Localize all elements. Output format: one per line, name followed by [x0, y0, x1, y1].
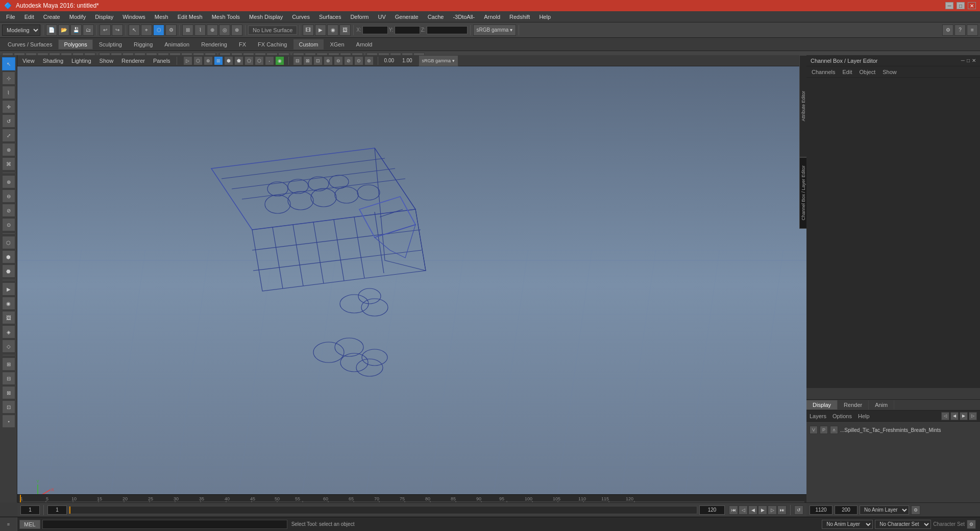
- range-start-input[interactable]: [810, 505, 832, 515]
- menu-mesh-tools[interactable]: Mesh Tools: [208, 13, 244, 21]
- channel-box-side-tab[interactable]: Channel Box / Layer Editor: [799, 157, 806, 229]
- layers-menu-options[interactable]: Options: [832, 413, 852, 419]
- snap-grid-btn[interactable]: ⊞: [182, 25, 193, 36]
- icon5-btn[interactable]: ⋆: [2, 415, 15, 428]
- layers-menu-layers[interactable]: Layers: [810, 413, 826, 419]
- vp-icon-2[interactable]: ⬡: [193, 56, 203, 65]
- vp-icon-7[interactable]: ⬠: [244, 56, 254, 65]
- universal-tool-btn[interactable]: ⊗: [2, 143, 15, 156]
- goto-start-btn[interactable]: ⏮: [729, 505, 738, 515]
- layers-menu-help[interactable]: Help: [858, 413, 870, 419]
- z-input[interactable]: [427, 26, 468, 34]
- render3-btn[interactable]: 🖼: [2, 311, 15, 324]
- ch-tab-channels[interactable]: Channels: [810, 68, 837, 76]
- tab-custom[interactable]: Custom: [293, 39, 324, 50]
- new-scene-btn[interactable]: 📄: [46, 25, 57, 36]
- tab-polygons[interactable]: Polygons: [58, 39, 92, 50]
- comp3-btn[interactable]: ⬣: [2, 264, 15, 278]
- menu-curves[interactable]: Curves: [288, 13, 314, 21]
- mode-select[interactable]: Modeling: [2, 25, 40, 36]
- viewport-menu-view[interactable]: View: [20, 57, 37, 64]
- title-bar-right[interactable]: ─ □ ✕: [945, 2, 976, 9]
- snap-point-btn[interactable]: ⊕: [207, 25, 218, 36]
- close-button[interactable]: ✕: [968, 2, 976, 9]
- layer-prev2-btn[interactable]: ◀: [950, 412, 959, 420]
- menu-windows[interactable]: Windows: [118, 13, 150, 21]
- disp-tab-display[interactable]: Display: [806, 400, 838, 409]
- render5-btn[interactable]: ◇: [2, 340, 15, 353]
- ch-tab-show[interactable]: Show: [880, 68, 899, 76]
- lasso-btn[interactable]: ⌖: [141, 25, 152, 36]
- vp-icon-15[interactable]: ⊖: [334, 56, 343, 65]
- icon4-btn[interactable]: ⊡: [2, 400, 15, 414]
- no-anim-layer-select2[interactable]: No Anim Layer: [822, 520, 873, 529]
- step-back-btn[interactable]: ◁: [739, 505, 748, 515]
- current-frame-input[interactable]: [20, 505, 40, 515]
- tab-sculpting[interactable]: Sculpting: [93, 39, 128, 50]
- snap4-btn[interactable]: ⊙: [2, 218, 15, 231]
- layer-visibility-btn[interactable]: V: [810, 426, 818, 434]
- vp-icon-16[interactable]: ⊘: [344, 56, 353, 65]
- attr-editor-side-tab[interactable]: Attribute Editor: [799, 55, 806, 157]
- ch-tab-object[interactable]: Object: [857, 68, 877, 76]
- transform-btn[interactable]: ⚙: [165, 25, 177, 36]
- snap-curve-btn[interactable]: ⌇: [194, 25, 206, 36]
- viewport-menu-show[interactable]: Show: [97, 57, 116, 64]
- viewport-menu-panels[interactable]: Panels: [151, 57, 173, 64]
- play-btn[interactable]: ▶: [758, 505, 767, 515]
- vp-icon-3[interactable]: ⊕: [204, 56, 213, 65]
- tab-curves-surfaces[interactable]: Curves / Surfaces: [2, 39, 58, 50]
- rp-close-btn[interactable]: ✕: [972, 58, 976, 63]
- comp2-btn[interactable]: ⬢: [2, 250, 15, 263]
- open-scene-btn[interactable]: 📂: [58, 25, 69, 36]
- extras-btn[interactable]: ≡: [967, 25, 978, 36]
- minimize-button[interactable]: ─: [945, 2, 953, 9]
- render-settings-btn[interactable]: 🎞: [303, 25, 314, 36]
- lasso-select-btn[interactable]: ⌇: [2, 86, 15, 99]
- paint-select-btn[interactable]: ⊹: [2, 71, 15, 85]
- menu-deform[interactable]: Deform: [346, 13, 373, 21]
- show-render-btn[interactable]: 🖼: [339, 25, 351, 36]
- save-scene-btn[interactable]: 💾: [70, 25, 82, 36]
- menu-uv[interactable]: UV: [374, 13, 389, 21]
- menu-3dto-all[interactable]: -3DtoAll-: [449, 13, 479, 21]
- menu-surfaces[interactable]: Surfaces: [315, 13, 345, 21]
- mel-icon-btn[interactable]: ≡: [0, 517, 17, 532]
- icon3-btn[interactable]: ⊠: [2, 386, 15, 399]
- rotate-tool-btn[interactable]: ↺: [2, 114, 15, 128]
- menu-file[interactable]: File: [2, 13, 19, 21]
- maximize-button[interactable]: □: [957, 2, 965, 9]
- no-live-surface-btn[interactable]: No Live Surface: [248, 26, 297, 35]
- vp-icon-10[interactable]: ◉: [275, 56, 284, 65]
- vp-icon-11[interactable]: ⊟: [293, 56, 302, 65]
- menu-redshift[interactable]: Redshift: [505, 13, 534, 21]
- start-frame-input[interactable]: [47, 505, 67, 515]
- anim-layer-settings-btn[interactable]: ⚙: [911, 505, 920, 515]
- timeline-track[interactable]: [69, 506, 697, 514]
- range-end-input[interactable]: [835, 505, 857, 515]
- mel-input[interactable]: [42, 520, 287, 529]
- tab-rendering[interactable]: Rendering: [195, 39, 233, 50]
- layer-item[interactable]: V P /\ ...Spilled_Tic_Tac_Freshmints_Bre…: [806, 424, 980, 436]
- vp-icon-12[interactable]: ⊠: [303, 56, 312, 65]
- layer-prev-btn[interactable]: ◁: [941, 412, 949, 420]
- tab-fx[interactable]: FX: [233, 39, 252, 50]
- vp-icon-5[interactable]: ⬢: [224, 56, 233, 65]
- render2-btn[interactable]: ◉: [2, 297, 15, 310]
- soft-mod-btn[interactable]: ⌘: [2, 157, 15, 171]
- layer-next2-btn[interactable]: ▷: [969, 412, 977, 420]
- viewport-menu-renderer[interactable]: Renderer: [119, 57, 147, 64]
- vp-icon-6[interactable]: ⬟: [234, 56, 243, 65]
- menu-help[interactable]: Help: [535, 13, 555, 21]
- redo-btn[interactable]: ↪: [112, 25, 123, 36]
- step-fwd-btn[interactable]: ▷: [768, 505, 777, 515]
- anim-layer-select[interactable]: No Anim Layer: [860, 505, 909, 515]
- snap3-btn[interactable]: ⊘: [2, 204, 15, 217]
- y-input[interactable]: [395, 26, 420, 34]
- snap-5-btn[interactable]: ⊗: [231, 25, 242, 36]
- vp-gamma-btn[interactable]: sRGB gamma ▾: [419, 55, 458, 66]
- select-tool-btn[interactable]: ↖: [2, 57, 15, 70]
- x-input[interactable]: [362, 26, 388, 34]
- tab-xgen[interactable]: XGen: [324, 39, 350, 50]
- settings-btn[interactable]: ⚙: [942, 25, 953, 36]
